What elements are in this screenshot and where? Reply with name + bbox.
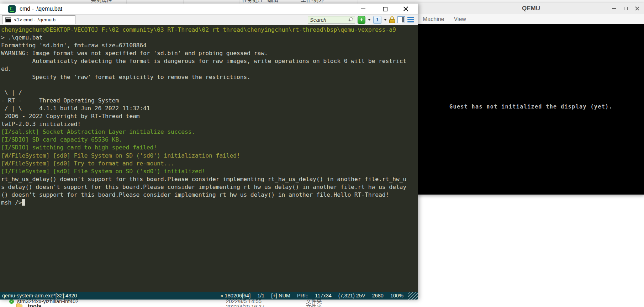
status-item: 2680: [372, 293, 384, 298]
terminal-line: [W/FileSystem] [sd0] Try to format and r…: [1, 160, 418, 168]
qemu-display[interactable]: Guest has not initialized the display (y…: [418, 24, 644, 195]
clipped-toolbar-text: 任务处理: [242, 0, 263, 4]
folder-icon: [16, 305, 22, 307]
panel-view-button[interactable]: [397, 16, 405, 23]
terminal-cursor: [22, 199, 25, 206]
qemu-titlebar[interactable]: QEMU: [418, 3, 644, 14]
conemu-app-icon: C: [8, 5, 16, 13]
lock-icon[interactable]: [389, 16, 395, 23]
hamburger-menu-icon[interactable]: [407, 17, 414, 23]
qemu-window: QEMU MachineView Guest has not initializ…: [418, 3, 644, 195]
terminal-line: 2006 - 2022 Copyright by RT-Thread team: [1, 112, 418, 120]
console-icon: [5, 17, 11, 22]
qemu-menu-machine[interactable]: Machine: [423, 16, 444, 22]
maximize-button[interactable]: [377, 4, 393, 14]
terminal-line: msh />: [1, 199, 418, 207]
search-icon: [348, 17, 353, 22]
status-process-info: qemu-system-arm.exe*[32]:4320: [2, 293, 77, 298]
search-input[interactable]: Search: [308, 16, 355, 23]
clipped-toolbar-text: 实例属性: [91, 0, 112, 4]
terminal-line: \ | /: [1, 89, 418, 97]
terminal-line: / | \ 4.1.1 build Jun 26 2022 11:32:41: [1, 105, 418, 112]
close-button[interactable]: [397, 4, 414, 14]
status-item: PRI↕: [297, 293, 308, 298]
conemu-window: C cmd - .\qemu.bat <1> cmd - .\qemu.b Se…: [0, 4, 418, 300]
terminal-line: WARNING: Image format was not specified …: [1, 49, 418, 57]
search-placeholder: Search: [310, 17, 326, 23]
terminal-line: [I/FileSystem] [sd0] File System on SD (…: [1, 168, 418, 175]
tab-console-1[interactable]: <1> cmd - .\qemu.b: [2, 15, 75, 24]
terminal-line: [I/SDIO] SD card capacity 65536 KB.: [1, 136, 418, 144]
tab-bar: <1> cmd - .\qemu.b Search + 1: [0, 14, 418, 25]
terminal-line: s_delay() doesn't support for this board…: [1, 183, 418, 191]
status-item: 117x34: [315, 293, 332, 298]
sync-check-icon: ✓: [9, 299, 14, 304]
terminal-line: [W/FileSystem] [sd0] File System on SD (…: [1, 152, 418, 160]
active-console-button[interactable]: 1: [373, 16, 381, 24]
terminal-line: [1, 81, 418, 89]
resize-grip[interactable]: [408, 292, 418, 300]
terminal-output[interactable]: chenyingchun@DESKTOP-VECQTQJ F:\02_commu…: [0, 25, 418, 295]
window-title: cmd - .\qemu.bat: [20, 6, 62, 12]
terminal-line: () doesn't support for this board.Please…: [1, 191, 418, 199]
screen: 实例属性任务处理编辑工作-例外 ✓ stm32f4xx-yizhilian-ln…: [0, 0, 644, 307]
terminal-line: rt_hw_us_delay() doesn't support for thi…: [1, 175, 418, 183]
clipped-toolbar-text: 工作-例外: [301, 0, 324, 4]
status-item: 1/1: [257, 293, 264, 298]
terminal-line: > .\qemu.bat: [1, 34, 418, 42]
terminal-line: chenyingchun@DESKTOP-VECQTQJ F:\02_commu…: [1, 26, 418, 34]
terminal-line: - RT - Thread Operating System: [1, 97, 418, 105]
status-right-items: « 180206[64]1/1[+] NUMPRI↕117x34(7,321) …: [221, 293, 418, 298]
qemu-minimize-button[interactable]: [608, 3, 620, 14]
new-console-button[interactable]: +: [358, 16, 365, 24]
file-row-date: 2022/4/20 16:27: [226, 303, 264, 307]
qemu-display-message: Guest has not initialized the display (y…: [418, 104, 644, 110]
tab-label: <1> cmd - .\qemu.b: [14, 17, 56, 22]
terminal-line: [I/SDIO] switching card to high speed fa…: [1, 144, 418, 152]
minimize-button[interactable]: [355, 4, 371, 14]
terminal-line: ed.: [1, 65, 418, 73]
qemu-menubar: MachineView: [418, 14, 644, 24]
toolbar: Search + 1: [308, 16, 418, 24]
terminal-line: Specify the 'raw' format explicitly to r…: [1, 73, 418, 81]
qemu-close-button[interactable]: [631, 3, 643, 14]
clipped-toolbar-text: 编辑: [268, 0, 278, 4]
file-row-name[interactable]: tools: [28, 303, 41, 307]
status-bar: qemu-system-arm.exe*[32]:4320 « 180206[6…: [0, 292, 418, 300]
status-item: 100%: [390, 293, 403, 298]
status-item: « 180206[64]: [221, 293, 251, 298]
file-row-type: 文件夹: [306, 303, 322, 307]
status-item: (7,321) 25V: [338, 293, 365, 298]
qemu-window-title: QEMU: [522, 5, 540, 12]
terminal-line: Automatically detecting the format is da…: [1, 57, 418, 65]
terminal-line: Formatting 'sd.bin', fmt=raw size=671088…: [1, 42, 418, 49]
qemu-menu-view[interactable]: View: [454, 16, 466, 22]
new-console-dropdown-icon[interactable]: [368, 19, 371, 21]
console-list-dropdown-icon[interactable]: [384, 19, 387, 21]
terminal-line: [I/sal.skt] Socket Abstraction Layer ini…: [1, 128, 418, 136]
conemu-titlebar[interactable]: C cmd - .\qemu.bat: [0, 4, 418, 14]
status-item: [+] NUM: [271, 293, 290, 298]
qemu-maximize-button[interactable]: [620, 3, 632, 14]
terminal-line: lwIP-2.0.3 initialized!: [1, 120, 418, 128]
